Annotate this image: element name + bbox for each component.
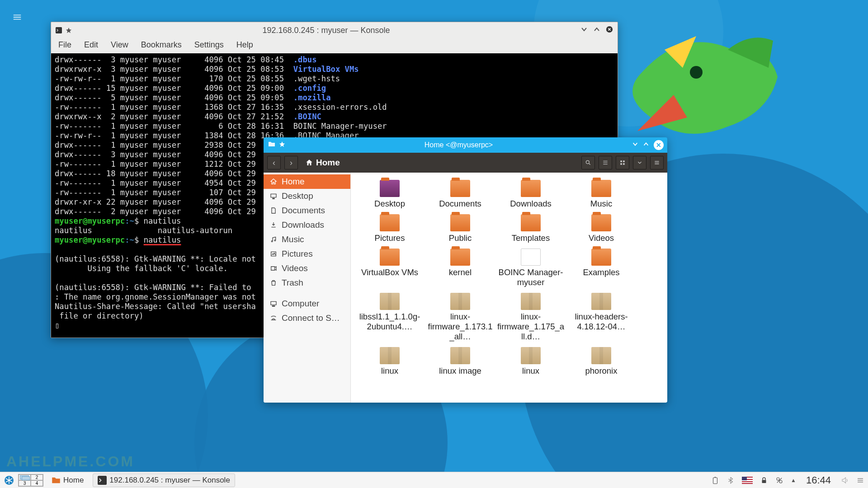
maximize-button[interactable] [593,26,600,35]
folder-icon [591,180,611,197]
folder-icon [380,214,400,231]
view-options-button[interactable] [633,156,646,169]
file-item[interactable]: linux [354,347,425,376]
sidebar-item-pictures[interactable]: Pictures [264,247,350,261]
sidebar-item-trash[interactable]: Trash [264,276,350,290]
sidebar-item-videos[interactable]: Videos [264,261,350,276]
sidebar-item-connecttos[interactable]: Connect to S… [264,311,350,325]
menu-edit[interactable]: Edit [84,40,98,50]
pager-desktop-2[interactable]: 2 [31,474,43,480]
package-icon [591,293,611,310]
search-button[interactable] [581,156,595,169]
minimize-button[interactable] [580,26,588,35]
file-item[interactable]: linux image [425,347,495,376]
hamburger-menu-button[interactable] [650,156,664,169]
file-item[interactable]: VirtualBox VMs [354,249,425,287]
menu-help[interactable]: Help [236,40,253,50]
folder-icon [591,214,611,231]
taskbar-entry[interactable]: 192.168.0.245 : myuser — Konsole [93,474,235,487]
svg-rect-1 [56,27,62,33]
desktop-pager[interactable]: 1 2 3 4 [18,474,43,487]
menu-file[interactable]: File [58,40,71,50]
music-icon [270,236,277,243]
file-item[interactable]: libssl1.1_1.1.0g-2ubuntu4.… [354,293,425,342]
package-icon [450,347,470,364]
nautilus-titlebar[interactable]: Home <@myuserpc> ✕ [264,137,667,153]
file-item[interactable]: Documents [425,180,495,209]
pathbar[interactable]: Home [305,158,340,168]
close-button[interactable]: ✕ [654,140,664,150]
nautilus-file-grid[interactable]: DesktopDocumentsDownloadsMusicPicturesPu… [351,173,667,403]
folder-icon [450,180,470,197]
keyboard-layout-icon[interactable] [742,477,753,484]
sidebar-item-computer[interactable]: Computer [264,296,350,311]
minimize-button[interactable] [632,141,638,149]
pager-desktop-4[interactable]: 4 [31,480,43,486]
svg-rect-4 [620,160,622,162]
file-item[interactable]: kernel [425,249,495,287]
package-icon [380,347,400,364]
panel-menu-icon[interactable] [856,476,864,484]
svg-point-14 [779,480,782,483]
nautilus-window: Home <@myuserpc> ✕ ‹ › Home HomeDesktopD… [264,137,667,403]
bluetooth-icon[interactable] [726,476,735,484]
file-item[interactable]: BOINC Manager-myuser [495,249,566,287]
pin-icon[interactable] [66,27,72,33]
svg-point-3 [586,160,589,164]
kde-start-button[interactable] [4,475,14,486]
maximize-button[interactable] [643,141,649,149]
sidebar-item-music[interactable]: Music [264,232,350,247]
sidebar-item-home[interactable]: Home [264,174,350,189]
nav-forward-button[interactable]: › [284,156,298,169]
sidebar-item-desktop[interactable]: Desktop [264,189,350,203]
folder-icon [591,249,611,266]
file-item[interactable]: Desktop [354,180,425,209]
file-item[interactable]: Templates [495,214,566,243]
file-item[interactable]: Public [425,214,495,243]
sidebar-item-documents[interactable]: Documents [264,203,350,218]
file-label: VirtualBox VMs [361,267,418,277]
menu-bookmarks[interactable]: Bookmarks [141,40,182,50]
file-label: Music [590,199,612,209]
view-list-button[interactable] [599,156,612,169]
menu-settings[interactable]: Settings [194,40,224,50]
konsole-titlebar[interactable]: 192.168.0.245 : myuser — Konsole [51,22,618,38]
taskbar-clock[interactable]: 16:44 [803,474,834,486]
file-item[interactable]: phoronix [566,347,637,376]
clipboard-icon[interactable] [775,476,783,484]
pager-desktop-1[interactable]: 1 [19,474,31,480]
folder-icon [450,249,470,266]
file-item[interactable]: Examples [566,249,637,287]
file-item[interactable]: linux-firmware_1.175_all.d… [495,293,566,342]
view-grid-button[interactable] [616,156,629,169]
app-launcher[interactable] [9,9,25,25]
file-item[interactable]: linux-headers-4.18.12-04… [566,293,637,342]
nav-back-button[interactable]: ‹ [267,156,281,169]
file-item[interactable]: linux [495,347,566,376]
lock-icon[interactable] [760,476,768,484]
svg-rect-9 [98,476,107,485]
file-label: Documents [439,199,481,209]
close-button[interactable] [606,26,613,35]
tray-expand-icon[interactable]: ▲ [791,477,796,483]
battery-icon[interactable] [711,476,719,484]
menu-view[interactable]: View [111,40,128,50]
file-label: Downloads [510,199,552,209]
file-label: linux image [439,366,481,376]
taskbar-entry[interactable]: Home [47,474,88,487]
svg-point-0 [690,66,703,79]
file-item[interactable]: linux-firmware_1.173.1_all… [425,293,495,342]
file-label: linux-firmware_1.173.1_all… [426,312,494,342]
file-label: Desktop [374,199,405,209]
svg-rect-7 [623,163,625,165]
konsole-window-title: 192.168.0.245 : myuser — Konsole [72,26,580,35]
file-item[interactable]: Videos [566,214,637,243]
pin-icon[interactable] [279,141,285,149]
pager-desktop-3[interactable]: 3 [19,480,31,486]
package-icon [521,293,541,310]
file-item[interactable]: Pictures [354,214,425,243]
file-item[interactable]: Downloads [495,180,566,209]
volume-icon[interactable] [841,476,849,484]
file-item[interactable]: Music [566,180,637,209]
sidebar-item-downloads[interactable]: Downloads [264,218,350,232]
